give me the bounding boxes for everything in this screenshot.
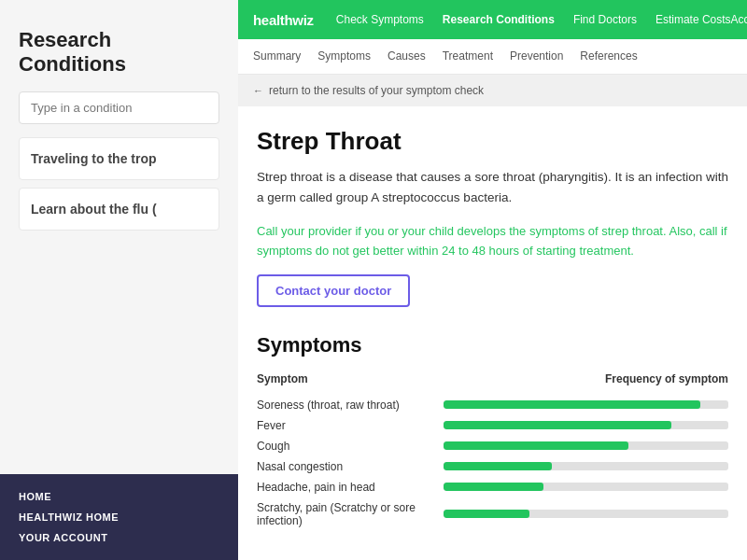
frequency-bar bbox=[444, 510, 529, 518]
frequency-bar-container bbox=[444, 462, 728, 470]
symptoms-header: Symptom Frequency of symptom bbox=[257, 372, 728, 389]
nav-your-account[interactable]: YOUR ACCOUNT bbox=[19, 532, 219, 543]
nav-account[interactable]: Account bbox=[731, 13, 747, 26]
sub-nav: Summary Symptoms Causes Treatment Preven… bbox=[238, 39, 747, 75]
frequency-bar bbox=[444, 462, 552, 470]
page-title: Research Conditions bbox=[19, 28, 219, 77]
left-panel: Research Conditions Traveling to the tro… bbox=[0, 0, 238, 560]
tab-references[interactable]: References bbox=[580, 49, 637, 64]
nav-home[interactable]: HOME bbox=[19, 491, 219, 502]
frequency-bar-container bbox=[444, 510, 728, 518]
symptom-name: Nasal congestion bbox=[257, 460, 444, 473]
search-input[interactable] bbox=[19, 91, 219, 124]
symptom-name: Headache, pain in head bbox=[257, 481, 444, 494]
return-text: return to the results of your symptom ch… bbox=[269, 84, 484, 97]
frequency-bar bbox=[444, 400, 700, 409]
frequency-bar bbox=[444, 483, 543, 491]
call-to-action-text: Call your provider if you or your child … bbox=[257, 222, 728, 261]
frequency-bar bbox=[444, 421, 671, 429]
table-row: Cough bbox=[257, 440, 728, 453]
symptom-name: Scratchy, pain (Scratchy or sore infecti… bbox=[257, 501, 444, 527]
left-bottom-nav: HOME HEALTHWIZ HOME YOUR ACCOUNT bbox=[0, 474, 238, 560]
nav-find-doctors[interactable]: Find Doctors bbox=[573, 13, 637, 26]
frequency-bar-container bbox=[444, 483, 728, 491]
symptom-name: Soreness (throat, raw throat) bbox=[257, 399, 444, 412]
arrow-left-icon: ← bbox=[253, 85, 263, 96]
symptom-name: Cough bbox=[257, 440, 444, 453]
frequency-bar-container bbox=[444, 421, 728, 429]
tab-treatment[interactable]: Treatment bbox=[443, 49, 493, 64]
frequency-bar-container bbox=[444, 400, 728, 409]
table-row: Fever bbox=[257, 419, 728, 432]
nav-research-conditions[interactable]: Research Conditions bbox=[443, 13, 555, 26]
return-bar[interactable]: ← return to the results of your symptom … bbox=[238, 75, 747, 106]
nav-healthwiz-home[interactable]: HEALTHWIZ HOME bbox=[19, 511, 219, 523]
tab-prevention[interactable]: Prevention bbox=[510, 49, 563, 64]
tab-causes[interactable]: Causes bbox=[388, 49, 426, 64]
condition-description: Strep throat is a disease that causes a … bbox=[257, 167, 728, 207]
table-row: Headache, pain in head bbox=[257, 481, 728, 494]
symptoms-table: Soreness (throat, raw throat) Fever Coug… bbox=[257, 399, 728, 527]
table-row: Soreness (throat, raw throat) bbox=[257, 399, 728, 412]
col-symptom: Symptom bbox=[257, 372, 308, 385]
right-panel: healthwiz Check Symptoms Research Condit… bbox=[238, 0, 747, 560]
frequency-bar bbox=[444, 441, 628, 450]
tab-summary[interactable]: Summary bbox=[253, 49, 301, 64]
brand-logo: healthwiz bbox=[253, 12, 314, 28]
symptoms-section: Symptoms Symptom Frequency of symptom So… bbox=[257, 333, 728, 527]
symptom-name: Fever bbox=[257, 419, 444, 432]
suggestion-item-1[interactable]: Traveling to the trop bbox=[19, 137, 219, 180]
nav-links: Check Symptoms Research Conditions Find … bbox=[336, 13, 731, 26]
symptoms-title: Symptoms bbox=[257, 333, 728, 357]
nav-estimate-costs[interactable]: Estimate Costs bbox=[655, 13, 731, 26]
table-row: Nasal congestion bbox=[257, 460, 728, 473]
top-nav: healthwiz Check Symptoms Research Condit… bbox=[238, 0, 747, 39]
main-content: Strep Throat Strep throat is a disease t… bbox=[238, 106, 747, 555]
nav-check-symptoms[interactable]: Check Symptoms bbox=[336, 13, 424, 26]
suggestion-item-2[interactable]: Learn about the flu ( bbox=[19, 188, 219, 231]
tab-symptoms[interactable]: Symptoms bbox=[317, 49, 371, 64]
contact-doctor-button[interactable]: Contact your doctor bbox=[257, 274, 410, 307]
table-row: Scratchy, pain (Scratchy or sore infecti… bbox=[257, 501, 728, 527]
condition-title: Strep Throat bbox=[257, 127, 728, 156]
col-frequency: Frequency of symptom bbox=[605, 372, 728, 385]
frequency-bar-container bbox=[444, 441, 728, 450]
